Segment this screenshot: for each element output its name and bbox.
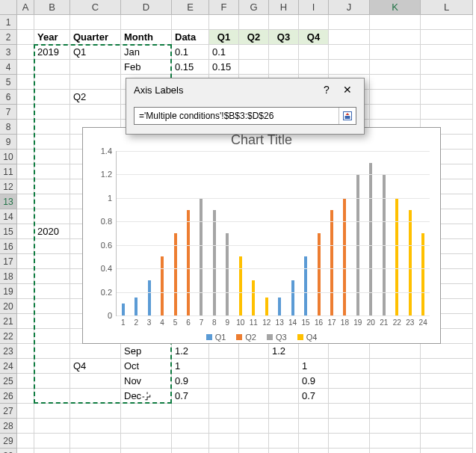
bar-group[interactable]: 18 — [339, 151, 351, 315]
cell-A5[interactable] — [17, 75, 34, 90]
cell-L28[interactable] — [421, 419, 473, 434]
bar-group[interactable]: 23 — [404, 151, 416, 315]
bar[interactable] — [213, 210, 216, 315]
row-header-23[interactable]: 23 — [0, 344, 17, 359]
bar[interactable] — [265, 298, 268, 315]
cell-K6[interactable] — [370, 90, 421, 105]
row-header-30[interactable]: 30 — [0, 449, 17, 453]
cell-L7[interactable] — [421, 105, 473, 120]
row-header-28[interactable]: 28 — [0, 419, 17, 434]
collapse-dialog-button[interactable] — [339, 108, 356, 124]
cell-A22[interactable] — [17, 329, 34, 344]
cell-D24[interactable]: Oct — [121, 359, 172, 374]
bar[interactable] — [148, 280, 151, 315]
cell-K1[interactable] — [370, 15, 421, 30]
cell-J4[interactable] — [329, 60, 370, 75]
cell-G23[interactable] — [239, 344, 269, 359]
bar-group[interactable]: 12 — [260, 151, 273, 315]
cell-A28[interactable] — [17, 419, 34, 434]
cell-B27[interactable] — [34, 404, 70, 419]
cell-A10[interactable] — [17, 150, 34, 164]
row-header-8[interactable]: 8 — [0, 120, 17, 135]
cell-H30[interactable] — [269, 449, 299, 453]
cell-E3[interactable]: 0.1 — [172, 45, 209, 60]
bar-group[interactable]: 4 — [155, 151, 168, 315]
cell-E26[interactable]: 0.7 — [172, 389, 209, 404]
col-header-C[interactable]: C — [70, 0, 121, 15]
cell-B4[interactable] — [34, 60, 70, 75]
cell-B25[interactable] — [34, 374, 70, 389]
cell-G28[interactable] — [239, 419, 269, 434]
cell-C5[interactable] — [70, 75, 121, 90]
row-header-16[interactable]: 16 — [0, 239, 17, 254]
range-ref-edit[interactable] — [134, 107, 356, 125]
cell-K5[interactable] — [370, 75, 421, 90]
bar-group[interactable]: 7 — [195, 151, 208, 315]
bar-group[interactable]: 15 — [299, 151, 312, 315]
cell-C29[interactable] — [70, 434, 121, 449]
cell-G3[interactable] — [239, 45, 269, 60]
col-header-E[interactable]: E — [172, 0, 209, 15]
cell-K3[interactable] — [370, 45, 421, 60]
legend-item[interactable]: Q4 — [297, 333, 318, 342]
col-header-K[interactable]: K — [370, 0, 421, 15]
cell-J2[interactable] — [329, 30, 370, 45]
cell-F25[interactable] — [209, 374, 239, 389]
cell-D2[interactable]: Month — [121, 30, 172, 45]
bar[interactable] — [278, 298, 281, 315]
bar-group[interactable]: 19 — [351, 151, 364, 315]
cell-B17[interactable] — [34, 254, 70, 269]
cell-B15[interactable]: 2020 — [34, 224, 70, 239]
cell-L6[interactable] — [421, 90, 473, 105]
dialog-close-button[interactable]: ✕ — [337, 81, 358, 99]
axis-labels-dialog[interactable]: Axis Labels ? ✕ — [126, 78, 365, 135]
cell-C26[interactable] — [70, 389, 121, 404]
row-header-11[interactable]: 11 — [0, 164, 17, 179]
legend-item[interactable]: Q1 — [206, 333, 226, 342]
row-header-4[interactable]: 4 — [0, 60, 17, 75]
cell-J23[interactable] — [329, 344, 370, 359]
row-header-6[interactable]: 6 — [0, 90, 17, 105]
cell-A21[interactable] — [17, 314, 34, 329]
cell-B16[interactable] — [34, 239, 70, 254]
col-header-G[interactable]: G — [239, 0, 269, 15]
cell-G24[interactable] — [239, 359, 269, 374]
cell-D30[interactable] — [121, 449, 172, 453]
cell-J26[interactable] — [329, 389, 370, 404]
cell-B24[interactable] — [34, 359, 70, 374]
cell-C3[interactable]: Q1 — [70, 45, 121, 60]
cell-D27[interactable] — [121, 404, 172, 419]
cell-K2[interactable] — [370, 30, 421, 45]
cell-A6[interactable] — [17, 90, 34, 105]
cell-A20[interactable] — [17, 299, 34, 314]
embedded-chart[interactable]: Chart Title 1234567891011121314151617181… — [82, 127, 441, 344]
cell-A14[interactable] — [17, 209, 34, 224]
cell-K27[interactable] — [370, 404, 421, 419]
bar-group[interactable]: 5 — [169, 151, 182, 315]
cell-L26[interactable] — [421, 389, 473, 404]
bar[interactable] — [343, 198, 346, 315]
cell-C25[interactable] — [70, 374, 121, 389]
cell-H23[interactable]: 1.2 — [269, 344, 299, 359]
cell-H28[interactable] — [269, 419, 299, 434]
cell-J27[interactable] — [329, 404, 370, 419]
cell-B13[interactable] — [34, 194, 70, 209]
cell-C4[interactable] — [70, 60, 121, 75]
cell-I4[interactable] — [299, 60, 329, 75]
cell-D4[interactable]: Feb — [121, 60, 172, 75]
cell-F26[interactable] — [209, 389, 239, 404]
cell-K28[interactable] — [370, 419, 421, 434]
col-header-L[interactable]: L — [421, 0, 473, 15]
col-header-I[interactable]: I — [299, 0, 329, 15]
bar-group[interactable]: 8 — [208, 151, 220, 315]
row-header-19[interactable]: 19 — [0, 284, 17, 299]
bar-group[interactable]: 2 — [129, 151, 142, 315]
cell-K7[interactable] — [370, 105, 421, 120]
row-header-1[interactable]: 1 — [0, 15, 17, 30]
cell-B12[interactable] — [34, 179, 70, 194]
cell-C27[interactable] — [70, 404, 121, 419]
bar-group[interactable]: 13 — [273, 151, 285, 315]
cell-A26[interactable] — [17, 389, 34, 404]
cell-G29[interactable] — [239, 434, 269, 449]
cell-H29[interactable] — [269, 434, 299, 449]
